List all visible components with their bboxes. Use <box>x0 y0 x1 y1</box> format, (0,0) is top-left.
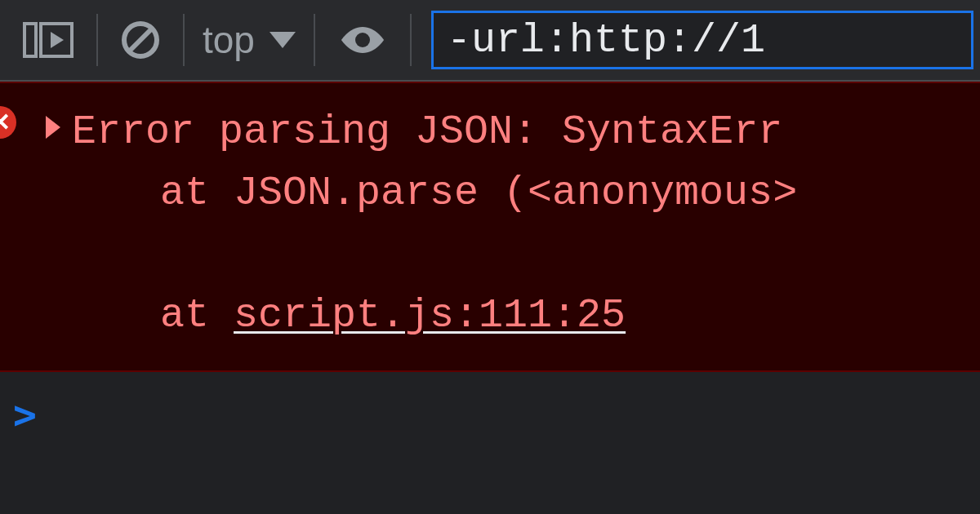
stack-line-2: at script.js:111:25 <box>72 285 797 346</box>
error-message: Error parsing JSON: SyntaxErr <box>72 109 782 155</box>
close-x-glyph: ✕ <box>0 110 11 135</box>
error-text: Error parsing JSON: SyntaxErr at JSON.pa… <box>72 101 797 346</box>
toggle-sidebar-icon <box>23 22 74 58</box>
error-icon: ✕ <box>0 106 16 139</box>
filter-input-container[interactable] <box>431 11 973 69</box>
console-output: ✕ Error parsing JSON: SyntaxErr at JSON.… <box>0 82 980 457</box>
svg-line-4 <box>130 29 151 51</box>
clear-console-button[interactable] <box>98 0 183 80</box>
live-expression-button[interactable] <box>315 0 410 80</box>
svg-rect-0 <box>24 24 36 56</box>
source-link[interactable]: script.js:111:25 <box>234 292 626 339</box>
context-selector[interactable]: top <box>185 0 314 80</box>
toolbar-divider <box>410 14 412 66</box>
chevron-down-icon <box>270 32 296 48</box>
svg-marker-2 <box>51 32 64 48</box>
eye-icon <box>338 24 387 56</box>
clear-icon <box>121 20 160 60</box>
console-toolbar: top <box>0 0 980 82</box>
filter-input[interactable] <box>447 17 958 64</box>
error-body: Error parsing JSON: SyntaxErr at JSON.pa… <box>16 101 797 346</box>
svg-point-5 <box>355 33 370 47</box>
expand-triangle-icon[interactable] <box>46 116 60 139</box>
prompt-chevron-icon: > <box>13 392 37 437</box>
context-label: top <box>203 18 255 62</box>
console-prompt-row[interactable]: > <box>0 372 980 457</box>
console-error-row: ✕ Error parsing JSON: SyntaxErr at JSON.… <box>0 82 980 372</box>
toggle-sidebar-button[interactable] <box>0 0 96 80</box>
stack-line-1: at JSON.parse (<anonymous> <box>72 162 797 224</box>
